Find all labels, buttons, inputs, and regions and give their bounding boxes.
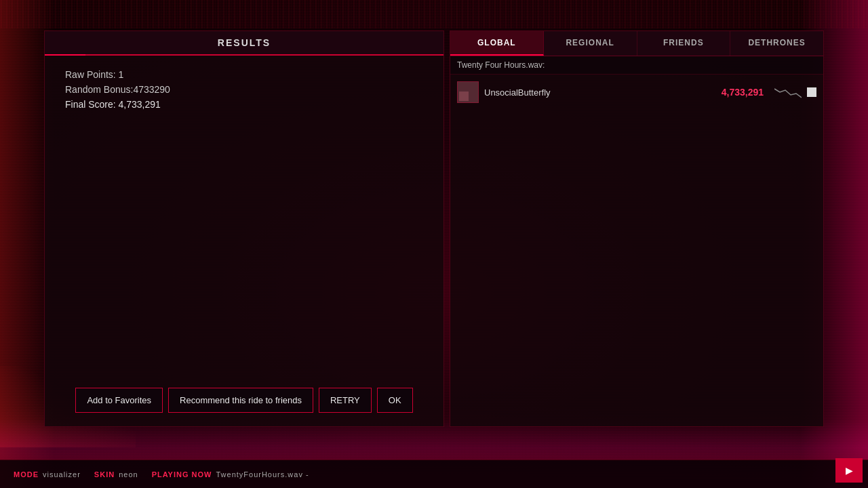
skin-label: SKIN: [94, 470, 115, 479]
tab-friends[interactable]: FRIENDS: [637, 31, 731, 56]
skin-status: SKIN neon: [94, 470, 138, 479]
mode-value: visualizer: [43, 470, 81, 479]
leaderboard-panel: GLOBAL REGIONAL FRIENDS DETHRONES Twenty…: [450, 30, 824, 427]
skin-value: neon: [119, 470, 138, 479]
top-noise-band: [0, 0, 868, 28]
leaderboard-body: UnsocialButterfly 4,733,291: [450, 75, 823, 426]
add-favorites-button[interactable]: Add to Favorites: [75, 388, 163, 413]
country-flag: [807, 87, 816, 97]
avatar-inner: [459, 92, 469, 101]
score-graph: [774, 85, 802, 99]
leaderboard-tabs: GLOBAL REGIONAL FRIENDS DETHRONES: [450, 31, 823, 56]
raw-points-line: Raw Points: 1: [65, 69, 423, 80]
score-value: 4,733,291: [722, 87, 764, 98]
main-content: RESULTS Raw Points: 1 Random Bonus:47332…: [44, 30, 824, 427]
results-body: Raw Points: 1 Random Bonus:4733290 Final…: [45, 56, 443, 377]
results-header: RESULTS: [45, 31, 443, 56]
ok-button[interactable]: OK: [377, 388, 413, 413]
results-panel: RESULTS Raw Points: 1 Random Bonus:47332…: [44, 30, 444, 427]
avatar: [457, 81, 479, 103]
playing-value: TwentyFourHours.wav -: [216, 470, 309, 479]
tab-regional[interactable]: REGIONAL: [544, 31, 637, 56]
leaderboard-song-title: Twenty Four Hours.wav:: [450, 56, 823, 75]
tab-global[interactable]: GLOBAL: [450, 31, 544, 56]
action-buttons-row: Add to Favorites Recommend this ride to …: [45, 377, 443, 426]
username-label: UnsocialButterfly: [484, 87, 716, 98]
results-title: RESULTS: [218, 37, 271, 48]
retry-button[interactable]: RETRY: [319, 388, 372, 413]
play-button[interactable]: [835, 458, 863, 483]
final-score-line: Final Score: 4,733,291: [65, 99, 423, 110]
mode-status: MODE visualizer: [14, 470, 81, 479]
random-bonus-line: Random Bonus:4733290: [65, 84, 423, 95]
status-bar: MODE visualizer SKIN neon PLAYING NOW Tw…: [0, 460, 868, 488]
mode-label: MODE: [14, 470, 39, 479]
playing-label: PLAYING NOW: [152, 470, 212, 479]
recommend-button[interactable]: Recommend this ride to friends: [168, 388, 313, 413]
tab-dethrones[interactable]: DETHRONES: [730, 31, 823, 56]
table-row: UnsocialButterfly 4,733,291: [450, 77, 823, 107]
playing-status: PLAYING NOW TwentyFourHours.wav -: [152, 470, 309, 479]
